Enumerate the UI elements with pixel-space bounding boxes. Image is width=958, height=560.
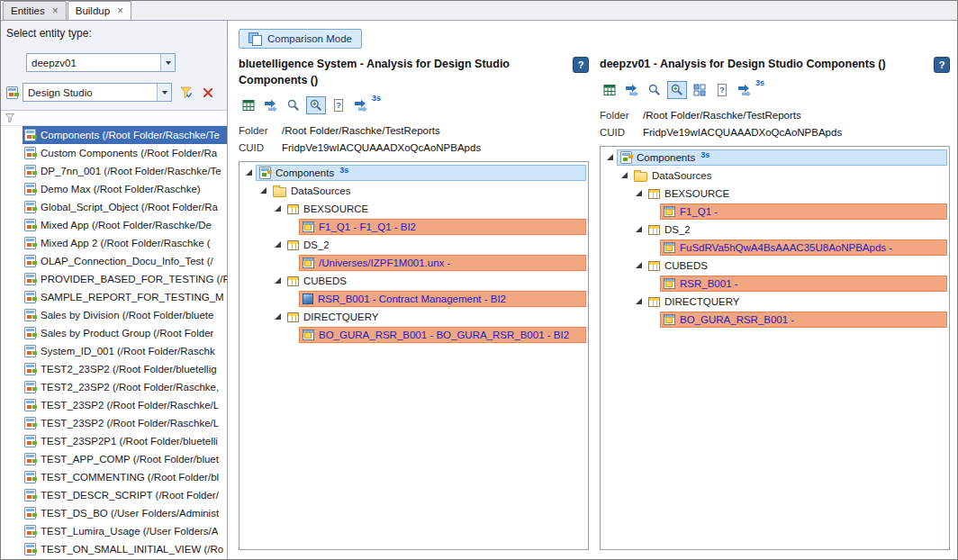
expand-arrow-icon[interactable] <box>258 185 270 197</box>
expand-arrow-icon[interactable] <box>272 203 285 215</box>
list-item[interactable]: TEST_ON_SMALL_INITIAL_VIEW (/Ro <box>1 540 227 558</box>
list-item[interactable]: System_ID_001 (/Root Folder/Raschk <box>1 342 227 360</box>
list-item[interactable]: TEST2_23SP2 (/Root Folder/bluetellig <box>1 360 227 378</box>
tree-row[interactable]: BEXSOURCE <box>240 200 588 218</box>
entity-label: Demo Max (/Root Folder/Raschke) <box>41 184 201 194</box>
tree-row[interactable]: Components 3s <box>601 149 949 167</box>
list-item[interactable]: PROVIDER_BASED_FOR_TESTING (/F <box>1 270 227 288</box>
list-item[interactable]: Components (/Root Folder/Raschke/Te <box>1 126 227 144</box>
list-item[interactable]: Demo Max (/Root Folder/Raschke) <box>1 180 227 198</box>
excel-export-button[interactable] <box>239 96 258 114</box>
expand-arrow-icon[interactable] <box>243 167 256 179</box>
expand-arrow-icon[interactable] <box>286 257 299 269</box>
entity-type-select[interactable]: Design Studio <box>23 83 172 102</box>
list-item[interactable]: TEST_Lumira_Usage (/User Folders/A <box>1 522 227 540</box>
list-item[interactable]: TEST_DESCR_SCRIPT (/Root Folder/ <box>1 486 227 504</box>
search-button[interactable] <box>645 81 664 99</box>
expand-arrow-icon[interactable] <box>647 313 660 326</box>
list-item[interactable]: TEST2_23SP2 (/Root Folder/Raschke, <box>1 378 227 396</box>
chevron-down-icon[interactable] <box>160 54 175 71</box>
entity-icon <box>24 525 36 537</box>
expand-arrow-icon[interactable] <box>286 329 299 341</box>
list-item[interactable]: TEST_DS_BO (/User Folders/Administ <box>1 504 227 522</box>
expand-arrow-icon[interactable] <box>619 169 631 182</box>
list-item[interactable]: Sales by Division (/Root Folder/bluete <box>1 306 227 324</box>
tree-row[interactable]: FuSdRVa5hQwA4BsAAAC35U8AoNPBApds - <box>601 239 949 257</box>
expand-arrow-icon[interactable] <box>272 311 285 323</box>
search-plus-button[interactable] <box>306 96 326 114</box>
list-item[interactable]: Global_Script_Object (/Root Folder/Ra <box>1 198 227 216</box>
close-icon[interactable]: × <box>52 6 59 15</box>
expand-arrow-icon[interactable] <box>272 239 285 251</box>
filter-settings-button[interactable] <box>176 84 194 102</box>
tab-entities[interactable]: Entities × <box>3 1 67 20</box>
help-button[interactable]: ? <box>573 57 589 73</box>
search-plus-button[interactable] <box>667 81 687 99</box>
tree-row[interactable]: DataSources <box>240 182 588 200</box>
list-item[interactable]: Mixed App (/Root Folder/Raschke/De <box>1 216 227 234</box>
list-item[interactable]: TEST_APP_COMP (/Root Folder/bluet <box>1 450 227 468</box>
tree-row[interactable]: DIRECTQUERY <box>240 308 588 326</box>
expand-arrow-icon[interactable] <box>286 221 299 233</box>
tab-buildup[interactable]: Buildup × <box>68 1 131 20</box>
expand-arrow-icon[interactable] <box>633 187 646 200</box>
tree-row[interactable]: CUBEDS <box>240 272 588 290</box>
search-button[interactable] <box>284 96 303 114</box>
list-item[interactable]: Sales by Product Group (/Root Folder <box>1 324 227 342</box>
tree-row[interactable]: F1_Q1 - <box>601 203 949 221</box>
expand-arrow-icon[interactable] <box>633 259 646 272</box>
system-select[interactable]: deepzv01 <box>26 53 176 72</box>
expand-arrow-icon[interactable] <box>604 151 617 164</box>
expand-arrow-icon[interactable] <box>647 241 660 254</box>
chevron-down-icon[interactable] <box>157 84 171 101</box>
list-item[interactable]: TEST_23SP2 (/Root Folder/Raschke/L <box>1 414 227 432</box>
list-item[interactable]: SAMPLE_REPORT_FOR_TESTING_M ( <box>1 288 227 306</box>
close-icon[interactable]: × <box>117 6 123 15</box>
tree-row[interactable]: DataSources <box>601 167 949 185</box>
list-item[interactable]: Mixed App 2 (/Root Folder/Raschke ( <box>1 234 227 252</box>
grid-view-button[interactable] <box>690 81 709 99</box>
tree-row[interactable]: CUBEDS <box>601 257 949 275</box>
list-item[interactable]: TEST_23SP2 (/Root Folder/Raschke/L <box>1 396 227 414</box>
expand-arrow-icon[interactable] <box>633 295 646 308</box>
clear-filter-button[interactable] <box>199 84 217 102</box>
list-item[interactable]: DP_7nn_001 (/Root Folder/Raschke/Te <box>1 162 227 180</box>
tree-row[interactable]: RSR_B001 - Contract Management - BI2 <box>240 290 588 308</box>
excel-export-button[interactable] <box>600 81 619 99</box>
doc-question-button[interactable]: ? <box>712 81 732 99</box>
filter-row[interactable] <box>1 110 227 126</box>
list-item[interactable]: TEST_23SP2P1 (/Root Folder/bluetelli <box>1 432 227 450</box>
component-tree: Components 3s DataSources BEXSOURCE F1_Q… <box>239 161 589 550</box>
tree-row[interactable]: F1_Q1 - F1_Q1 - BI2 <box>240 218 588 236</box>
entity-label: PROVIDER_BASED_FOR_TESTING (/F <box>41 274 227 285</box>
tree-row[interactable]: RSR_B001 - <box>601 275 949 293</box>
transfer-button[interactable] <box>261 96 281 114</box>
tree-row[interactable]: DS_2 <box>601 221 949 239</box>
comparison-mode-button[interactable]: Comparison Mode <box>239 29 362 49</box>
expand-arrow-icon[interactable] <box>647 205 660 218</box>
transfer-button[interactable] <box>622 81 642 99</box>
tree-row[interactable]: DIRECTQUERY <box>601 293 949 311</box>
expand-arrow-icon[interactable] <box>633 223 646 236</box>
entity-icon <box>24 471 36 483</box>
list-item[interactable]: TEST_COMMENTING (/Root Folder/bl <box>1 468 227 486</box>
sync-button[interactable] <box>351 96 371 114</box>
tree-row[interactable]: BO_GURA_RSR_B001 - <box>601 311 949 329</box>
svg-text:?: ? <box>719 86 725 95</box>
tree-row[interactable]: BO_GURA_RSR_B001 - BO_GURA_RSR_B001 - BI… <box>240 326 588 344</box>
expand-arrow-icon[interactable] <box>272 275 285 287</box>
tree-row[interactable]: DS_2 <box>240 236 588 254</box>
tree-row[interactable]: Components 3s <box>240 164 588 182</box>
expand-arrow-icon[interactable] <box>647 277 660 290</box>
tree-row[interactable]: BEXSOURCE <box>601 185 949 203</box>
help-button[interactable]: ? <box>934 57 950 73</box>
list-item[interactable]: OLAP_Connection_Docu_Info_Test (/ <box>1 252 227 270</box>
datasource-icon <box>648 225 660 235</box>
sync-button[interactable] <box>735 81 755 99</box>
tree-row[interactable]: /Universes/IZPF1M001.unx - <box>240 254 588 272</box>
list-item[interactable]: Custom Components (/Root Folder/Ra <box>1 144 227 162</box>
expand-arrow-icon[interactable] <box>286 293 299 305</box>
entity-label: Mixed App (/Root Folder/Raschke/De <box>41 220 212 230</box>
cuid-label: CUID <box>239 142 282 153</box>
doc-question-button[interactable]: ? <box>329 96 348 114</box>
